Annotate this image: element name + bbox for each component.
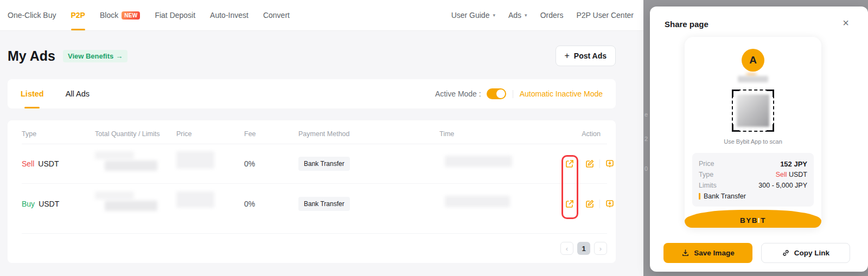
nav-label: One-Click Buy [8, 11, 56, 20]
divider [513, 90, 513, 98]
qr-redacted [737, 94, 769, 127]
nav-label: Orders [540, 11, 564, 20]
edit-ad-icon[interactable] [585, 159, 595, 169]
take-offline-icon[interactable] [605, 199, 615, 209]
type-cell: Buy USDT [22, 200, 95, 208]
redacted-block [176, 191, 214, 208]
pagination: ‹ 1 › [22, 234, 607, 263]
save-image-label: Save Image [694, 249, 734, 257]
pagination-prev-button[interactable]: ‹ [560, 242, 573, 255]
pagination-next-button[interactable]: › [594, 242, 607, 255]
nav-one-click-buy[interactable]: One-Click Buy [8, 0, 56, 30]
main-page: One-Click Buy P2P Block NEW Fiat Deposit… [0, 0, 643, 276]
nav-label: User Guide [451, 11, 490, 20]
divider [599, 200, 600, 208]
fee-value: 0% [244, 159, 298, 168]
nav-auto-invest[interactable]: Auto-Invest [210, 0, 248, 30]
col-header-fee: Fee [244, 130, 298, 138]
nav-label: Ads [508, 11, 521, 20]
asset-label: USDT [789, 171, 807, 178]
orange-bar [699, 193, 700, 200]
col-header-time: Time [439, 130, 526, 138]
table-row: Sell USDT 0% Bank Transfer [22, 144, 607, 184]
payment-method-row: Bank Transfer [699, 191, 807, 202]
edit-ad-icon[interactable] [585, 199, 595, 209]
time-redacted [439, 149, 526, 178]
redacted-block [95, 191, 134, 200]
nav-user-guide[interactable]: User Guide ▾ [451, 11, 495, 20]
tabs-toolbar: Listed All Ads Active Mode : Automatic I… [8, 79, 616, 108]
asset-label: USDT [39, 200, 59, 208]
detail-row-limits: Limits 300 - 5,000 JPY [699, 180, 807, 191]
time-redacted [439, 189, 526, 219]
payment-chip: Bank Transfer [298, 197, 350, 211]
nav-fiat-deposit[interactable]: Fiat Deposit [155, 0, 195, 30]
redacted-block [95, 151, 134, 159]
nav-label: Convert [263, 11, 290, 20]
table-header-row: Type Total Quantity / Limits Price Fee P… [22, 124, 607, 144]
chevron-down-icon: ▾ [493, 12, 495, 18]
detail-label: Limits [699, 182, 717, 189]
copy-link-button[interactable]: Copy Link [761, 243, 850, 263]
divider [579, 159, 580, 168]
nav-orders[interactable]: Orders [540, 11, 564, 20]
detail-row-type: Type Sell USDT [699, 169, 807, 180]
nav-left-group: One-Click Buy P2P Block NEW Fiat Deposit… [8, 0, 290, 30]
close-icon[interactable]: × [843, 17, 849, 28]
side-label: Sell [776, 171, 787, 178]
tab-all-ads[interactable]: All Ads [66, 79, 90, 108]
payment-cell: Bank Transfer [298, 157, 439, 171]
payment-method-label: Bank Transfer [704, 192, 746, 200]
nav-ads[interactable]: Ads ▾ [508, 11, 527, 20]
share-ad-icon[interactable] [565, 159, 575, 169]
page-header: My Ads View Benefits → + Post Ads [8, 46, 616, 66]
quantity-redacted [95, 189, 176, 219]
top-nav: One-Click Buy P2P Block NEW Fiat Deposit… [0, 0, 643, 31]
divider [579, 200, 580, 208]
nav-label: Block [100, 11, 118, 20]
tab-listed[interactable]: Listed [21, 79, 44, 108]
active-mode-toggle[interactable] [487, 88, 506, 99]
qr-code [732, 89, 774, 132]
nav-label: P2P [71, 11, 85, 20]
post-ads-label: Post Ads [574, 52, 607, 60]
quantity-redacted [95, 149, 176, 178]
nav-convert[interactable]: Convert [263, 0, 290, 30]
modal-title: Share page [665, 20, 709, 29]
nav-block[interactable]: Block NEW [100, 0, 140, 30]
side-label: Sell [22, 159, 34, 168]
post-ads-button[interactable]: + Post Ads [556, 46, 616, 66]
ads-table: Type Total Quantity / Limits Price Fee P… [8, 120, 616, 263]
dimmed-text-fragment: 0 [644, 165, 648, 172]
save-image-button[interactable]: Save Image [663, 243, 752, 263]
automatic-inactive-mode-link[interactable]: Automatic Inactive Mode [520, 89, 603, 98]
toggle-knob [496, 89, 505, 98]
redacted-block [445, 196, 510, 207]
nav-p2p[interactable]: P2P [71, 0, 85, 30]
col-header-quantity: Total Quantity / Limits [95, 130, 176, 138]
screen: One-Click Buy P2P Block NEW Fiat Deposit… [0, 0, 868, 276]
active-mode-label: Active Mode : [435, 89, 481, 98]
type-cell: Sell USDT [22, 159, 95, 168]
redacted-block [105, 161, 157, 171]
share-ad-icon[interactable] [565, 199, 575, 209]
brand-text: BYB [740, 216, 758, 224]
view-benefits-link[interactable]: View Benefits → [63, 50, 127, 62]
dimmed-text-fragment: e [644, 111, 648, 118]
action-cell [526, 199, 615, 209]
payment-chip: Bank Transfer [298, 157, 350, 171]
side-label: Buy [22, 200, 35, 208]
link-icon [782, 249, 790, 257]
username-redacted [738, 76, 768, 82]
bybit-logo: BYBIT [685, 210, 821, 228]
share-preview-card: A Use Bybit App to scan Price 152 JPY [685, 37, 821, 228]
redacted-block [445, 156, 512, 167]
take-offline-icon[interactable] [605, 159, 615, 169]
scan-hint: Use Bybit App to scan [724, 138, 782, 145]
nav-p2p-user-center[interactable]: P2P User Center [576, 11, 634, 20]
nav-label: Auto-Invest [210, 11, 248, 20]
col-header-type: Type [22, 130, 95, 138]
detail-label: Type [699, 171, 713, 178]
tab-label: All Ads [66, 89, 90, 98]
pagination-page-1[interactable]: 1 [577, 242, 590, 255]
